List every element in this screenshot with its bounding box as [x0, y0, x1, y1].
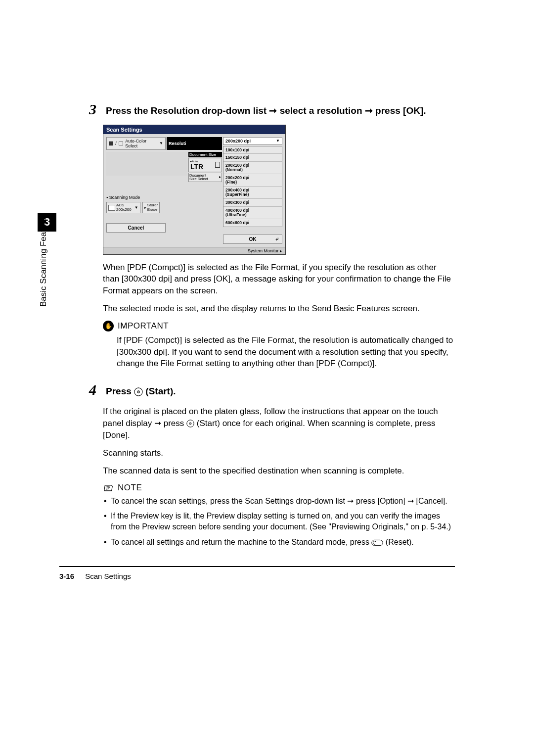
mono-swatch-icon — [119, 142, 123, 145]
svg-point-2 — [138, 392, 138, 392]
step-3: 3 Press the Resolution drop-down list ➞ … — [89, 99, 455, 118]
start-icon — [186, 418, 194, 429]
footer-section: Scan Settings — [85, 572, 131, 580]
acs-mode-dropdown[interactable]: ACS 200x200 ▼ — [106, 202, 140, 213]
step4-text-b: (Start). — [143, 386, 176, 396]
auto-color-select-dropdown[interactable]: / Auto-Color Select ▼ — [106, 137, 166, 150]
store-l2: Erase — [147, 207, 158, 212]
start-icon — [134, 385, 143, 399]
document-size-select-button[interactable]: Document Size Select ▸ — [188, 173, 222, 183]
resolution-option[interactable]: 300x300 dpi — [223, 199, 282, 207]
step4-text-a: Press — [106, 386, 134, 396]
return-icon: ⤶ — [275, 236, 279, 242]
store-erase-button[interactable]: ▸ Store/ Erase — [142, 202, 160, 213]
arrow-icon: ➞ — [407, 497, 414, 505]
dialog-title: Scan Settings — [103, 125, 285, 134]
scan-settings-screenshot: Scan Settings / Auto-Color Select ▼ Reso… — [103, 125, 286, 255]
n1b: press [Option] — [354, 497, 407, 505]
step3-text-c: press [OK]. — [373, 105, 426, 116]
resolution-option[interactable]: 200x200 dpi(Fine) — [223, 174, 282, 187]
n3a: To cancel all settings and return the ma… — [111, 538, 371, 546]
step-4-title: Press (Start). — [106, 384, 176, 399]
scanning-mode-label: ▪ Scanning Mode — [106, 195, 222, 200]
system-monitor-link[interactable]: System Monitor ▸ — [103, 247, 285, 254]
page-number: 3-16 — [59, 572, 74, 580]
page-footer: 3-16 Scan Settings — [59, 572, 455, 580]
note-item: If the Preview key is lit, the Preview d… — [104, 511, 455, 533]
paper-size-indicator: ▸Auto LTR — [188, 158, 222, 172]
resolution-option[interactable]: 400x400 dpi(UltraFine) — [223, 207, 282, 219]
preview-area — [106, 152, 187, 176]
chevron-right-icon: ▸ — [144, 205, 146, 210]
chevron-right-icon: ▸ — [280, 248, 282, 253]
chevron-down-icon: ▼ — [159, 141, 163, 145]
paragraph: Scanning starts. — [103, 447, 455, 459]
resolution-options-list: 100x100 dpi 150x150 dpi 200x100 dpi(Norm… — [223, 146, 282, 227]
note-icon — [103, 483, 114, 492]
note-label: NOTE — [118, 483, 142, 493]
paragraph: When [PDF (Compct)] is selected as the F… — [103, 262, 455, 297]
important-label: IMPORTANT — [118, 321, 169, 331]
resolution-option[interactable]: 200x400 dpi(SuperFine) — [223, 187, 282, 199]
docsize-l2: Size Select — [189, 177, 208, 181]
note-item: To cancel all settings and return the ma… — [104, 537, 455, 548]
step-3-title: Press the Resolution drop-down list ➞ se… — [106, 104, 426, 118]
step3-text-b: select a resolution — [277, 105, 364, 116]
important-text: If [PDF (Compct)] is selected as the Fil… — [117, 334, 455, 370]
paragraph: The selected mode is set, and the displa… — [103, 303, 455, 315]
auto-color-label: Auto-Color Select — [125, 139, 157, 148]
footer-rule — [59, 566, 455, 567]
ok-button[interactable]: OK ⤶ — [223, 235, 282, 244]
resolution-option[interactable]: 100x100 dpi — [223, 146, 282, 154]
resolution-label: Resoluti — [167, 137, 222, 150]
paragraph: The scanned data is sent to the specifie… — [103, 465, 455, 477]
step-number: 4 — [89, 382, 101, 397]
note-item: To cancel the scan settings, press the S… — [104, 496, 455, 507]
document-size-header: Document Size — [188, 152, 222, 157]
page-icon — [215, 162, 220, 168]
step-4: 4 Press (Start). — [89, 379, 455, 399]
arrow-icon: ➞ — [365, 105, 373, 116]
note-list: To cancel the scan settings, press the S… — [104, 496, 455, 548]
svg-point-5 — [190, 424, 190, 424]
step3-text-a: Press the Resolution drop-down list — [106, 105, 269, 116]
n1c: [Cancel]. — [414, 497, 447, 505]
resolution-value: 200x200 dpi — [225, 139, 251, 143]
chevron-right-icon: ▸ — [219, 175, 221, 179]
important-icon: ✋ — [103, 321, 114, 331]
ok-label: OK — [249, 236, 257, 242]
side-chapter-title: Basic Scanning Features — [39, 213, 48, 307]
cancel-button[interactable]: Cancel — [106, 223, 166, 233]
step-number: 3 — [89, 102, 101, 117]
arrow-icon: ➞ — [269, 105, 277, 116]
color-swatch-icon — [109, 142, 113, 145]
reset-icon — [371, 537, 383, 548]
n3b: (Reset). — [383, 538, 413, 546]
important-callout: ✋ IMPORTANT — [103, 321, 455, 331]
p4a-b: press — [161, 419, 186, 428]
chevron-down-icon: ▼ — [276, 139, 280, 143]
acs-l2: 200x200 — [116, 207, 132, 212]
resolution-option[interactable]: 200x100 dpi(Normal) — [223, 162, 282, 174]
note-callout: NOTE — [103, 483, 455, 493]
svg-rect-6 — [372, 540, 383, 546]
chevron-down-icon: ▼ — [134, 205, 138, 210]
arrow-icon: ➞ — [154, 419, 161, 428]
arrow-icon: ➞ — [347, 497, 354, 505]
acs-icon — [108, 205, 115, 211]
auto-label: ▸Auto — [190, 159, 203, 163]
resolution-selected[interactable]: 200x200 dpi ▼ — [223, 137, 282, 145]
n1a: To cancel the scan settings, press the S… — [111, 497, 347, 505]
ltr-text: LTR — [190, 163, 203, 171]
resolution-option[interactable]: 600x600 dpi — [223, 219, 282, 227]
resolution-option[interactable]: 150x150 dpi — [223, 154, 282, 162]
paragraph: If the original is placed on the platen … — [103, 406, 455, 441]
